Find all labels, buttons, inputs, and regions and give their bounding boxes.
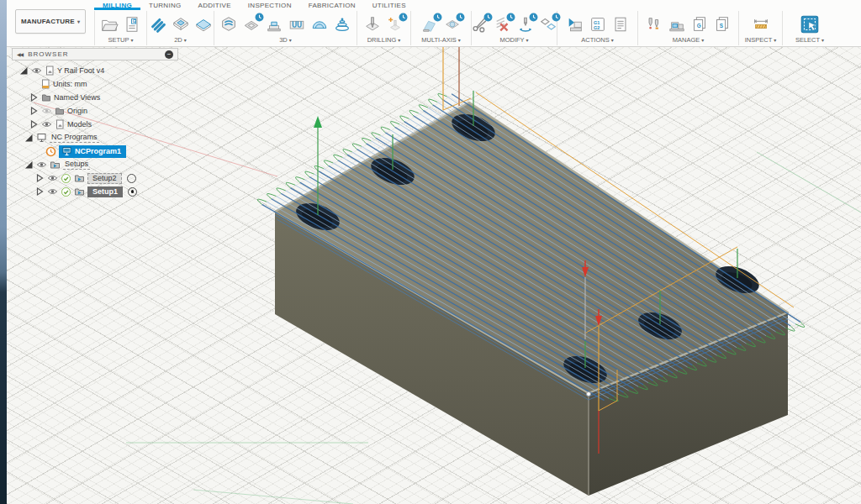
browser-collapse-icon[interactable]: ◀◀ xyxy=(17,51,23,57)
scallop-icon xyxy=(310,15,329,34)
group-label-drilling[interactable]: DRILLING▾ xyxy=(367,36,401,44)
tree-item-nc-programs[interactable]: NC Programs xyxy=(12,131,188,144)
2d-adaptive-button[interactable] xyxy=(147,13,169,36)
tab-utilities[interactable]: UTILITIES xyxy=(364,0,415,10)
tree-item-setup1[interactable]: Setup1 xyxy=(12,185,188,198)
toolbar-group-2d: 2D▾ xyxy=(147,11,214,45)
face-icon xyxy=(194,15,213,34)
setup-folder-icon xyxy=(74,186,85,197)
pocket-clearing-button[interactable] xyxy=(263,13,285,36)
deep-drilling-button[interactable] xyxy=(384,13,406,36)
visibility-eye-icon[interactable] xyxy=(47,173,58,183)
group-label-3d[interactable]: 3D▾ xyxy=(279,36,292,44)
toolpath-pattern-button[interactable] xyxy=(537,13,559,36)
tree-item-setups[interactable]: Setups xyxy=(12,158,188,171)
post-process-button[interactable] xyxy=(564,13,586,36)
measure-button[interactable] xyxy=(750,13,772,36)
group-label-multiaxis[interactable]: MULTI-AXIS▾ xyxy=(421,36,461,44)
pocket-clearing-icon xyxy=(265,15,283,34)
tree-item-setup2[interactable]: Setup2 xyxy=(12,171,188,185)
group-label-select[interactable]: SELECT▾ xyxy=(795,36,824,44)
tab-inspection[interactable]: INSPECTION xyxy=(240,0,300,10)
scallop-button[interactable] xyxy=(309,13,330,36)
extension-clock-badge-icon xyxy=(483,13,493,22)
visibility-eye-off-icon[interactable] xyxy=(41,106,52,116)
group-label-inspect[interactable]: INSPECT▾ xyxy=(745,36,777,44)
dropdown-caret-icon: ▾ xyxy=(458,37,461,43)
disclosure-open-icon[interactable] xyxy=(24,160,34,170)
group-label-setup[interactable]: SETUP▾ xyxy=(108,36,133,44)
setup-compare-radio[interactable] xyxy=(127,174,136,183)
disclosure-closed-icon[interactable] xyxy=(34,173,45,183)
setup-sheet-button[interactable] xyxy=(610,13,631,36)
parallel-button[interactable] xyxy=(286,13,308,36)
drill-icon xyxy=(363,15,382,34)
browser-tree: Y Rail Foot v4 Units: mm Named Views Ori… xyxy=(12,64,188,198)
select-tool-button[interactable] xyxy=(796,13,823,36)
delete-passes-button[interactable] xyxy=(492,13,514,36)
group-label-actions[interactable]: ACTIONS▾ xyxy=(581,36,613,44)
setup-sheet-icon xyxy=(611,15,630,34)
tree-item-ncprogram1[interactable]: NCProgram1 xyxy=(12,144,188,158)
tree-item-models[interactable]: Models xyxy=(12,118,188,131)
face-button[interactable] xyxy=(193,13,214,36)
visibility-eye-icon[interactable] xyxy=(41,119,52,129)
disclosure-closed-icon[interactable] xyxy=(29,106,39,116)
post-library-button[interactable]: G xyxy=(689,13,710,36)
tool-library-button[interactable] xyxy=(643,13,665,36)
browser-minimize-icon[interactable]: − xyxy=(165,50,173,59)
dropdown-caret-icon: ▾ xyxy=(774,37,776,43)
viewport[interactable]: ◀◀ BROWSER − Y Rail Foot v4 Units: mm xyxy=(7,46,861,504)
extension-clock-badge-icon xyxy=(433,13,442,22)
group-label-2d[interactable]: 2D▾ xyxy=(174,36,187,44)
model-body[interactable] xyxy=(275,102,788,496)
swarf-button[interactable] xyxy=(419,13,441,36)
group-label-manage[interactable]: MANAGE▾ xyxy=(673,36,705,44)
flat-clearing-button[interactable] xyxy=(240,13,262,36)
reorder-passes-button[interactable] xyxy=(515,13,536,36)
disclosure-closed-icon[interactable] xyxy=(29,92,39,102)
setup-folder-icon xyxy=(50,160,61,170)
multiaxis-contour-button[interactable] xyxy=(441,13,463,36)
visibility-eye-icon[interactable] xyxy=(36,160,47,170)
tree-item-units[interactable]: Units: mm xyxy=(12,77,188,91)
dropdown-caret-icon: ▾ xyxy=(184,37,187,43)
tab-fabrication[interactable]: FABRICATION xyxy=(300,0,364,10)
disclosure-open-icon[interactable] xyxy=(24,133,34,143)
disclosure-closed-icon[interactable] xyxy=(34,186,45,197)
component-icon xyxy=(45,66,55,76)
create-nc-program-button[interactable]: G xyxy=(121,13,143,36)
tree-item-origin[interactable]: Origin xyxy=(12,104,188,118)
tree-item-root-component[interactable]: Y Rail Foot v4 xyxy=(12,64,188,77)
adaptive-clearing-button[interactable] xyxy=(218,13,240,36)
drill-button[interactable] xyxy=(362,13,383,36)
disclosure-closed-icon[interactable] xyxy=(29,119,39,129)
tree-item-label: Units: mm xyxy=(53,80,87,88)
group-label-modify[interactable]: MODIFY▾ xyxy=(499,36,528,44)
disclosure-open-icon[interactable] xyxy=(18,66,29,76)
visibility-eye-icon[interactable] xyxy=(47,186,58,197)
tree-item-label: Origin xyxy=(67,107,87,115)
2d-pocket-button[interactable] xyxy=(170,13,192,36)
toolbar-group-drilling: DRILLING▾ xyxy=(357,11,411,45)
machine-library-button[interactable] xyxy=(666,13,688,36)
trim-toolpath-button[interactable] xyxy=(469,13,491,36)
visibility-eye-icon[interactable] xyxy=(31,66,42,76)
toolbar-group-inspect: INSPECT▾ xyxy=(739,11,783,45)
post-library-icon: G xyxy=(690,15,709,34)
browser-header[interactable]: ◀◀ BROWSER − xyxy=(12,48,178,60)
new-setup-button[interactable] xyxy=(98,13,120,36)
desktop-background-strip xyxy=(0,0,7,504)
tab-additive[interactable]: ADDITIVE xyxy=(190,0,240,10)
spiral-button[interactable] xyxy=(331,13,353,36)
tree-item-label: Y Rail Foot v4 xyxy=(57,66,104,75)
g1g2-cycles-button[interactable]: G1G2 xyxy=(587,13,609,36)
workspace-switcher-button[interactable]: MANUFACTURE ▾ xyxy=(15,9,86,34)
tab-turning[interactable]: TURNING xyxy=(140,0,190,10)
setup-compare-radio-selected[interactable] xyxy=(128,187,137,197)
tree-item-named-views[interactable]: Named Views xyxy=(12,91,188,104)
tab-milling[interactable]: MILLING xyxy=(94,0,140,10)
machine-config-button[interactable]: S xyxy=(711,13,733,36)
toolbar-group-actions: G1G2 ACTIONS▾ xyxy=(557,11,638,45)
extension-clock-badge-icon xyxy=(552,13,561,22)
